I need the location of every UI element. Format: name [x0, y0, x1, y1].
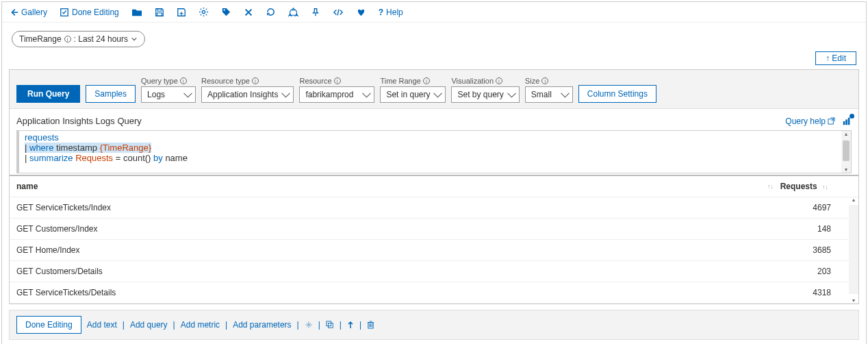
subtitle-row: Application Insights Logs Query Query he… [10, 109, 858, 130]
column-settings-button[interactable]: Column Settings [578, 85, 656, 103]
back-arrow-icon [9, 8, 18, 17]
svg-rect-13 [328, 323, 333, 328]
top-toolbar: Gallery Done Editing [2, 2, 866, 23]
done-editing-icon [60, 8, 69, 17]
resource-select[interactable]: fabrikamprod [299, 86, 374, 103]
svg-point-11 [307, 324, 309, 326]
timerange-pill[interactable]: TimeRange i : Last 24 hours [12, 31, 145, 47]
timerange-field: Time Rangei Set in query [380, 77, 446, 103]
settings-small-icon[interactable] [305, 321, 313, 329]
info-icon: i [423, 77, 430, 84]
heart-icon[interactable] [356, 8, 366, 17]
svg-rect-8 [843, 121, 845, 125]
info-icon: i [496, 77, 502, 84]
parameter-row: TimeRange i : Last 24 hours [2, 23, 866, 51]
recycle-icon[interactable] [288, 7, 298, 17]
table-row[interactable]: GET Home/Index3685 [10, 240, 858, 261]
table-row[interactable]: GET Customers/Details203 [10, 261, 858, 282]
table-row[interactable]: GET ServiceTickets/Details4318 [10, 282, 858, 304]
info-icon: i [64, 36, 71, 42]
svg-point-4 [202, 10, 205, 13]
move-up-icon[interactable] [347, 321, 354, 329]
save-as-icon[interactable] [177, 8, 186, 17]
query-type-select[interactable]: Logs [141, 86, 196, 103]
svg-rect-10 [848, 117, 850, 125]
sort-icon[interactable]: ↑↓ [767, 183, 774, 190]
resource-field: Resourcei fabrikamprod [299, 77, 374, 103]
table-header: name ↑↓ Requests ↑↓ [10, 176, 858, 197]
results-table-wrap: name ↑↓ Requests ↑↓ GET ServiceTickets/I… [10, 175, 858, 304]
add-parameters-link[interactable]: Add parameters [233, 320, 291, 330]
question-icon: ? [379, 8, 383, 17]
query-editor[interactable]: requests | where timestamp {TimeRange} |… [16, 130, 852, 173]
add-text-link[interactable]: Add text [87, 320, 117, 330]
chevron-down-icon [131, 36, 138, 42]
info-icon: i [180, 77, 187, 84]
svg-rect-9 [845, 119, 847, 125]
save-icon[interactable] [155, 8, 164, 17]
refresh-icon[interactable] [266, 7, 276, 17]
svg-point-5 [223, 10, 225, 11]
run-query-button[interactable]: Run Query [16, 85, 80, 103]
resource-type-field: Resource typei Application Insights [201, 77, 294, 103]
query-help-link[interactable]: Query help [785, 116, 835, 126]
code-scrollbar[interactable]: ▴ ▾ [841, 131, 851, 173]
edit-row: ↑ Edit [2, 51, 866, 69]
query-panel: Run Query Samples Query typei Logs Resou… [9, 69, 859, 304]
done-editing-button[interactable]: Done Editing [60, 8, 119, 17]
info-icon: i [252, 77, 259, 84]
table-row[interactable]: GET Customers/Index148 [10, 219, 858, 240]
size-select[interactable]: Small [525, 86, 573, 103]
resource-type-select[interactable]: Application Insights [201, 86, 294, 103]
table-row[interactable]: GET ServiceTickets/Index4697 [10, 197, 858, 219]
svg-rect-2 [157, 8, 161, 11]
app-frame: Gallery Done Editing [1, 1, 867, 344]
close-x-icon[interactable] [244, 8, 253, 17]
results-table: name ↑↓ Requests ↑↓ GET ServiceTickets/I… [10, 175, 858, 304]
edit-button[interactable]: ↑ Edit [815, 51, 856, 65]
query-type-field: Query typei Logs [141, 77, 196, 103]
pin-chart-icon[interactable] [842, 116, 852, 126]
timerange-select[interactable]: Set in query [380, 86, 446, 103]
size-field: Sizei Small [525, 77, 573, 103]
trash-icon[interactable] [367, 321, 374, 329]
query-subtitle: Application Insights Logs Query [16, 116, 142, 126]
add-query-link[interactable]: Add query [130, 320, 168, 330]
footer-toolbar: Done Editing Add text| Add query| Add me… [9, 310, 859, 340]
gallery-button[interactable]: Gallery [9, 8, 47, 17]
query-help-links: Query help [785, 116, 852, 126]
visualization-field: Visualizationi Set by query [451, 77, 519, 103]
help-button[interactable]: ? Help [379, 8, 403, 17]
samples-button[interactable]: Samples [86, 85, 136, 103]
query-toolbar: Run Query Samples Query typei Logs Resou… [10, 70, 858, 109]
pin-icon[interactable] [311, 8, 320, 17]
copy-icon[interactable] [326, 321, 334, 329]
svg-line-6 [337, 9, 339, 15]
footer-done-editing-button[interactable]: Done Editing [16, 316, 81, 334]
svg-rect-12 [327, 321, 331, 326]
gear-icon[interactable] [199, 7, 209, 17]
code-icon[interactable] [333, 8, 344, 17]
sort-icon[interactable]: ↑↓ [822, 184, 828, 191]
tag-icon[interactable] [221, 7, 231, 17]
info-icon: i [541, 77, 548, 84]
info-icon: i [334, 77, 341, 84]
open-folder-icon[interactable] [131, 8, 142, 17]
visualization-select[interactable]: Set by query [451, 86, 519, 103]
add-metric-link[interactable]: Add metric [181, 320, 220, 330]
